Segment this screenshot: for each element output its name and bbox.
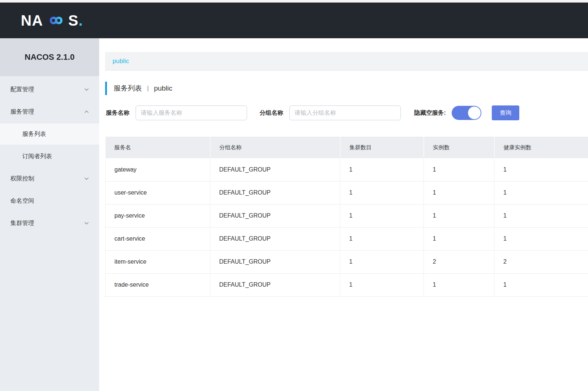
sidebar-item-service-management[interactable]: 服务管理 (0, 101, 99, 123)
cluster-count-cell: 1 (340, 250, 424, 273)
sidebar-item-label: 权限控制 (10, 175, 84, 183)
namespace-bar: public (105, 52, 588, 71)
column-header: 健康实例数 (494, 137, 588, 158)
logo-dot: . (78, 13, 83, 28)
chevron-up-icon (84, 109, 90, 115)
hide-empty-toggle[interactable] (452, 106, 481, 120)
column-header: 实例数 (424, 137, 494, 158)
service-name-label: 服务名称 (106, 109, 130, 117)
instance-count-cell: 1 (424, 273, 494, 296)
sidebar-item-label: 服务列表 (22, 130, 84, 138)
service-name-cell[interactable]: cart-service (105, 227, 210, 250)
service-name-input[interactable] (136, 105, 247, 120)
service-name-cell[interactable]: user-service (105, 181, 210, 204)
page-title: 服务列表 | public (105, 81, 588, 95)
infinity-icon (43, 12, 69, 29)
sidebar-item-service-list[interactable]: 服务列表 (0, 123, 99, 145)
main-content: public 服务列表 | public 服务名称 分组名称 隐藏空服务: 查询… (105, 38, 588, 391)
sidebar-item-label: 命名空间 (10, 197, 84, 205)
healthy-count-cell: 1 (494, 204, 588, 227)
service-name-cell[interactable]: item-service (105, 250, 210, 273)
service-name-cell[interactable]: pay-service (105, 204, 210, 227)
healthy-count-cell: 1 (494, 158, 588, 181)
table-header: 服务名分组名称集群数目实例数健康实例数 (105, 137, 588, 158)
group-name-label: 分组名称 (260, 109, 283, 117)
sidebar: NACOS 2.1.0 配置管理 服务管理 服务列表 订阅者列表 权限控制 命名… (0, 38, 99, 391)
cluster-count-cell: 1 (340, 227, 424, 250)
cluster-count-cell: 1 (340, 158, 424, 181)
instance-count-cell: 1 (424, 204, 494, 227)
sidebar-item-auth-control[interactable]: 权限控制 (0, 167, 99, 190)
sidebar-menu: 配置管理 服务管理 服务列表 订阅者列表 权限控制 命名空间 集群管理 (0, 76, 99, 234)
healthy-count-cell: 1 (494, 273, 588, 296)
service-name-cell[interactable]: gateway (105, 158, 210, 181)
filter-bar: 服务名称 分组名称 隐藏空服务: 查询 (105, 105, 588, 120)
chevron-down-icon (84, 176, 90, 182)
sidebar-item-namespace[interactable]: 命名空间 (0, 190, 99, 212)
healthy-count-cell: 2 (494, 250, 588, 273)
table-row-pay-service[interactable]: pay-serviceDEFAULT_GROUP111 (105, 204, 588, 227)
group-name-input[interactable] (289, 105, 401, 120)
group-name-cell: DEFAULT_GROUP (210, 204, 340, 227)
page-title-namespace: public (154, 84, 172, 92)
app-header: NA S. (0, 3, 588, 38)
sidebar-item-label: 集群管理 (10, 219, 84, 227)
table-row-user-service[interactable]: user-serviceDEFAULT_GROUP111 (105, 181, 588, 204)
table-row-gateway[interactable]: gatewayDEFAULT_GROUP111 (105, 158, 588, 181)
healthy-count-cell: 1 (494, 181, 588, 204)
namespace-tab-public[interactable]: public (113, 58, 129, 65)
sidebar-item-label: 服务管理 (10, 108, 84, 116)
table-row-cart-service[interactable]: cart-serviceDEFAULT_GROUP111 (105, 227, 588, 250)
sidebar-item-config-management[interactable]: 配置管理 (0, 78, 99, 101)
window-top-strip (0, 0, 588, 3)
search-button[interactable]: 查询 (492, 105, 519, 120)
cluster-count-cell: 1 (340, 204, 424, 227)
logo-text-suffix: S (68, 13, 79, 28)
group-name-cell: DEFAULT_GROUP (210, 250, 340, 273)
table-row-trade-service[interactable]: trade-serviceDEFAULT_GROUP111 (105, 273, 588, 296)
table-row-item-service[interactable]: item-serviceDEFAULT_GROUP122 (105, 250, 588, 273)
chevron-down-icon (84, 87, 90, 92)
sidebar-version-title: NACOS 2.1.0 (0, 38, 99, 76)
logo-text-prefix: NA (21, 13, 43, 28)
hide-empty-service-label: 隐藏空服务: (414, 109, 446, 117)
group-name-cell: DEFAULT_GROUP (210, 227, 340, 250)
instance-count-cell: 1 (424, 227, 494, 250)
column-header: 分组名称 (210, 137, 340, 158)
healthy-count-cell: 1 (494, 227, 588, 250)
group-name-cell: DEFAULT_GROUP (210, 273, 340, 296)
group-name-cell: DEFAULT_GROUP (210, 181, 340, 204)
column-header: 集群数目 (340, 137, 424, 158)
nacos-logo: NA S. (21, 12, 83, 29)
group-name-cell: DEFAULT_GROUP (210, 158, 340, 181)
sidebar-item-label: 配置管理 (10, 86, 84, 94)
instance-count-cell: 2 (424, 250, 494, 273)
page-title-separator: | (147, 85, 149, 92)
cluster-count-cell: 1 (340, 181, 424, 204)
toggle-knob (468, 106, 481, 120)
service-table: 服务名分组名称集群数目实例数健康实例数 gatewayDEFAULT_GROUP… (105, 137, 588, 297)
chevron-down-icon (84, 220, 90, 226)
sidebar-item-label: 订阅者列表 (22, 153, 84, 160)
instance-count-cell: 1 (424, 181, 494, 204)
title-accent-bar (105, 82, 107, 95)
instance-count-cell: 1 (424, 158, 494, 181)
service-name-cell[interactable]: trade-service (105, 273, 210, 296)
column-header: 服务名 (105, 137, 210, 158)
sidebar-item-subscriber-list[interactable]: 订阅者列表 (0, 145, 99, 167)
sidebar-item-cluster-management[interactable]: 集群管理 (0, 212, 99, 234)
page-title-text: 服务列表 (114, 84, 142, 93)
cluster-count-cell: 1 (340, 273, 424, 296)
